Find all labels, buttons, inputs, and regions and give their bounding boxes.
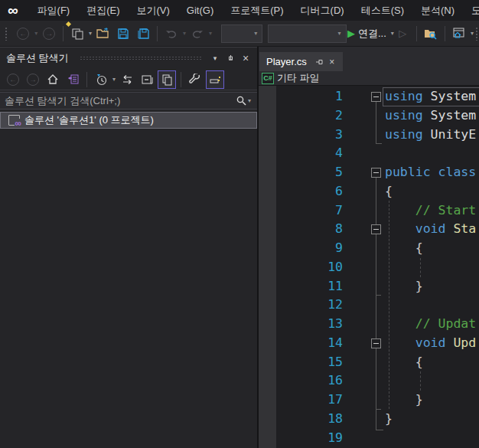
- filter-dropdown-icon[interactable]: ▾: [112, 76, 116, 83]
- platform-combobox[interactable]: ▾: [268, 25, 346, 43]
- pin-icon[interactable]: [223, 51, 237, 65]
- code-line-16[interactable]: 16: [259, 371, 479, 391]
- code-line-1[interactable]: 1using System: [259, 87, 479, 106]
- start-without-debugging-button[interactable]: ▷: [393, 24, 412, 44]
- navigate-back-button[interactable]: ←: [14, 24, 32, 44]
- back-icon: ←: [7, 74, 19, 86]
- search-placeholder: 솔루션 탐색기 검색(Ctrl+;): [5, 94, 236, 108]
- close-icon[interactable]: ×: [239, 51, 253, 65]
- save-all-button[interactable]: [134, 24, 152, 44]
- undo-button[interactable]: [162, 24, 181, 44]
- code-line-17[interactable]: 17 }: [259, 391, 479, 410]
- search-icon[interactable]: [236, 96, 246, 106]
- line-number: 17: [278, 391, 343, 410]
- attach-button[interactable]: ▶ 연결... ▾: [351, 24, 393, 44]
- open-file-button[interactable]: [94, 24, 112, 44]
- pending-changes-filter-button[interactable]: [92, 70, 110, 89]
- navigation-bar[interactable]: C# 기타 파일: [259, 71, 479, 86]
- configuration-combobox[interactable]: ▾: [221, 25, 262, 43]
- code-line-6[interactable]: 6{: [259, 182, 479, 201]
- code-line-11[interactable]: 11 }: [259, 277, 479, 296]
- window-position-icon[interactable]: ▾: [208, 51, 222, 65]
- redo-icon: [191, 28, 204, 39]
- line-number: 18: [278, 410, 343, 429]
- menu-git[interactable]: Git(G): [178, 0, 222, 21]
- fold-collapse-icon[interactable]: [371, 92, 381, 102]
- redo-button[interactable]: [188, 24, 207, 44]
- code-line-15[interactable]: 15 {: [259, 353, 479, 372]
- menu-test[interactable]: 테스트(S): [353, 0, 412, 21]
- forward-icon: →: [43, 28, 55, 40]
- solution-search-box[interactable]: 솔루션 탐색기 검색(Ctrl+;) ▾: [0, 92, 257, 110]
- code-editor[interactable]: 1using System2using System3using UnityE4…: [259, 86, 479, 448]
- code-line-13[interactable]: 13 // Updat: [259, 315, 479, 334]
- line-number: 12: [278, 296, 343, 315]
- home-button[interactable]: [44, 70, 62, 89]
- preview-selected-icon: [209, 74, 222, 85]
- sparkle-icon: [66, 21, 71, 26]
- code-line-7[interactable]: 7 // Start: [259, 201, 479, 221]
- back-dropdown-icon[interactable]: ▾: [34, 30, 37, 37]
- forward-button[interactable]: →: [24, 70, 42, 89]
- search-options-icon[interactable]: ▾: [248, 97, 251, 104]
- switch-views-button[interactable]: [64, 70, 82, 89]
- code-line-18[interactable]: 18}: [259, 410, 479, 429]
- tab-pin-icon[interactable]: [314, 57, 325, 67]
- menu-edit[interactable]: 편집(E): [78, 0, 128, 21]
- line-number: 11: [278, 277, 343, 296]
- find-in-files-button[interactable]: [422, 24, 440, 44]
- line-number: 7: [278, 201, 343, 221]
- fold-collapse-icon[interactable]: [371, 168, 381, 178]
- code-line-5[interactable]: 5public class: [259, 163, 479, 182]
- back-button[interactable]: ←: [4, 70, 22, 89]
- attach-label: 연결...: [358, 27, 386, 41]
- collapse-all-button[interactable]: [138, 70, 156, 89]
- code-line-9[interactable]: 9 {: [259, 239, 479, 258]
- menu-project[interactable]: 프로젝트(P): [222, 0, 292, 21]
- new-item-button[interactable]: [68, 24, 86, 44]
- undo-dropdown-icon[interactable]: ▾: [183, 30, 186, 37]
- line-number: 19: [278, 429, 343, 448]
- panel-drag-grip[interactable]: [80, 56, 202, 60]
- save-all-icon: [137, 28, 150, 40]
- toolbar-separator: [63, 26, 64, 41]
- toolbar-separator: [181, 72, 181, 87]
- start-window-button[interactable]: [450, 24, 468, 44]
- solution-tree-item[interactable]: ∞ 솔루션 '솔루션1' (0 프로젝트): [0, 112, 257, 129]
- menu-debug[interactable]: 디버그(D): [292, 0, 353, 21]
- code-line-3[interactable]: 3using UnityE: [259, 126, 479, 145]
- pending-changes-clock-icon: [95, 74, 108, 86]
- line-number: 9: [278, 239, 343, 258]
- line-number: 5: [278, 163, 343, 182]
- sync-with-active-document-button[interactable]: [118, 70, 136, 89]
- toolbar-grip[interactable]: [475, 27, 479, 41]
- code-line-2[interactable]: 2using System: [259, 106, 479, 126]
- toolbar-grip[interactable]: [5, 27, 8, 41]
- solution-explorer-header[interactable]: 솔루션 탐색기 ▾ ×: [0, 47, 257, 69]
- code-line-8[interactable]: 8 void Sta: [259, 220, 479, 239]
- save-button[interactable]: [114, 24, 132, 44]
- menu-file[interactable]: 파일(F): [29, 0, 79, 21]
- code-line-14[interactable]: 14 void Upd: [259, 334, 479, 353]
- new-item-dropdown-icon[interactable]: ▾: [89, 30, 92, 37]
- properties-button[interactable]: [186, 70, 204, 89]
- code-line-19[interactable]: 19: [259, 429, 479, 448]
- fold-collapse-icon[interactable]: [371, 224, 381, 234]
- csharp-file-icon: C#: [262, 73, 274, 84]
- tab-player-cs[interactable]: Player.cs ×: [259, 52, 343, 71]
- toolbar-overflow-icon[interactable]: ▾: [471, 30, 474, 37]
- preview-selected-items-button[interactable]: [206, 70, 224, 89]
- tab-close-icon[interactable]: ×: [327, 57, 337, 67]
- fold-collapse-icon[interactable]: [371, 338, 381, 348]
- tab-label: Player.cs: [266, 56, 307, 67]
- menu-analyze[interactable]: 분석(N): [412, 0, 463, 21]
- line-number: 16: [278, 371, 343, 391]
- menu-view[interactable]: 보기(V): [129, 0, 178, 21]
- show-all-files-button[interactable]: [158, 70, 176, 89]
- navigate-forward-button[interactable]: →: [40, 24, 58, 44]
- redo-dropdown-icon[interactable]: ▾: [209, 30, 212, 37]
- code-line-12[interactable]: 12: [259, 296, 479, 315]
- code-line-10[interactable]: 10: [259, 258, 479, 277]
- menu-tools[interactable]: 도구(T): [463, 0, 479, 21]
- code-line-4[interactable]: 4: [259, 144, 479, 163]
